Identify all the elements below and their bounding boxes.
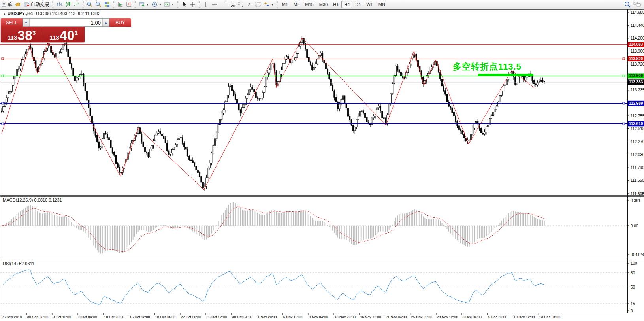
text-label-button[interactable]: T [254,0,262,8]
svg-text:0: 0 [631,309,633,313]
horizontal-line-icon [211,1,218,8]
new-order-button[interactable]: 单 [0,0,13,8]
tile-windows-button[interactable] [103,0,111,8]
timeframe-w1-button[interactable]: W1 [363,1,376,8]
sell-button[interactable]: SELL [1,18,23,27]
zoom-out-icon [95,1,102,8]
svg-text:8 Oct 04:00: 8 Oct 04:00 [78,315,97,319]
lot-decrease-button[interactable]: ▼ [23,19,30,26]
vertical-line-icon [203,1,209,8]
horizontal-lines[interactable] [0,45,627,125]
chart-canvas[interactable]: 114.685114.440114.200113.960113.720113.2… [0,0,644,321]
svg-text:18 Oct 04:00: 18 Oct 04:00 [155,315,176,319]
toolbar-separator [277,1,278,8]
auto-scroll-icon [117,1,123,8]
svg-text:30 Oct 04:00: 30 Oct 04:00 [232,315,252,319]
rsi-indicator-label: RSI(14) 52.0611 [3,261,34,266]
rsi-pane: 1008050150 [0,261,637,313]
buy-price[interactable]: 113401 [43,27,85,42]
sell-price[interactable]: 113383 [1,27,43,42]
timeframe-d1-button[interactable]: D1 [352,1,363,8]
line-chart-button[interactable] [72,0,81,8]
text-button[interactable]: A [245,0,254,8]
svg-text:3 Oct 12:00: 3 Oct 12:00 [53,315,72,319]
timeframe-m15-button[interactable]: M15 [302,1,316,8]
chat-icon [633,1,641,8]
chevron-down-icon: ▼ [159,3,162,6]
auto-trading-label: 自动交易 [30,1,49,8]
one-click-trading-panel: SELL ▼ ▲ BUY 113383 113401 [1,18,85,42]
crosshair-button[interactable] [188,0,197,8]
svg-text:1 Nov 20:00: 1 Nov 20:00 [258,315,277,319]
svg-text:113.720: 113.720 [631,62,644,66]
svg-text:113.820: 113.820 [629,57,643,61]
new-chart-button[interactable]: ▼ [137,0,150,8]
toolbar-separator [135,1,136,8]
svg-text:111.550: 111.550 [631,178,644,183]
svg-text:112.515: 112.515 [631,127,644,131]
svg-text:A: A [248,2,251,7]
svg-text:E: E [233,5,235,7]
buy-button[interactable]: BUY [109,18,131,27]
timeframe-h1-button[interactable]: H1 [330,1,341,8]
indicators-button[interactable]: ▼ [163,0,175,8]
timeframe-mn-button[interactable]: MN [376,1,388,8]
timeframe-h4-button[interactable]: H4 [341,1,352,8]
svg-text:26 Sep 2018: 26 Sep 2018 [2,315,22,319]
trendline-button[interactable] [219,0,228,8]
zoom-in-button[interactable] [85,0,94,8]
text-label-icon: T [255,1,261,8]
fibonacci-button[interactable]: F [236,0,245,8]
timeframe-m1-button[interactable]: M1 [279,1,291,8]
periods-button[interactable]: ▼ [150,0,163,8]
zoom-out-button[interactable] [94,0,103,8]
candlesticks[interactable] [1,36,545,191]
svg-text:113.500: 113.500 [629,74,643,78]
buy-price-prefix: 113 [50,34,59,40]
svg-text:113.235: 113.235 [631,88,644,92]
svg-text:5 Dec 20:00: 5 Dec 20:00 [488,315,507,319]
chat-button[interactable] [632,0,642,8]
fibonacci-icon: F [237,1,244,8]
svg-text:112.755: 112.755 [631,114,644,118]
svg-text:22 Oct 20:00: 22 Oct 20:00 [181,315,201,319]
candlestick-chart-button[interactable] [64,0,72,8]
arrows-icon [264,1,270,8]
chart-shift-icon [126,1,132,8]
horizontal-line-button[interactable] [210,0,219,8]
svg-text:15 Oct 12:00: 15 Oct 12:00 [130,315,150,319]
community-button[interactable] [13,0,22,8]
lot-increase-button[interactable]: ▲ [102,19,109,26]
bar-chart-button[interactable] [55,0,64,8]
toolbar-separator [83,1,84,8]
new-chart-icon [139,1,145,8]
svg-text:100: 100 [631,261,637,266]
equidistant-channel-button[interactable]: E [228,0,236,8]
arrows-button[interactable]: ▼ [262,0,275,8]
search-button[interactable] [623,0,632,8]
time-axis: 26 Sep 201830 Sep 23:003 Oct 12:008 Oct … [1,313,561,319]
svg-text:21 Nov 04:00: 21 Nov 04:00 [386,315,407,319]
lot-size-input[interactable] [30,19,102,26]
main-toolbar: 单 自动交易 ▼ ▼ ▼ E F A T ▼ M1 M5 M15 M30 H1 … [0,0,644,9]
cursor-button[interactable] [180,0,188,8]
svg-text:80: 80 [631,271,635,275]
chart-shift-button[interactable] [124,0,133,8]
collapse-icon[interactable]: ▲ [3,12,6,16]
svg-text:111.305: 111.305 [631,192,644,196]
vertical-line-button[interactable] [201,0,210,8]
cursor-icon [181,1,187,8]
svg-text:6 Nov 12:00: 6 Nov 12:00 [283,315,303,319]
timeframe-m30-button[interactable]: M30 [316,1,330,8]
svg-text:112.270: 112.270 [631,140,644,144]
indicators-icon [164,1,170,8]
svg-text:114.685: 114.685 [631,10,644,15]
crosshair-icon [190,1,196,8]
timeframe-m5-button[interactable]: M5 [291,1,302,8]
svg-text:9 Nov 04:00: 9 Nov 04:00 [309,315,328,319]
auto-trading-button[interactable]: 自动交易 [22,0,51,8]
new-order-icon [1,2,7,7]
toolbar-separator [113,1,114,8]
svg-text:13 Nov 20:00: 13 Nov 20:00 [334,315,356,319]
auto-scroll-button[interactable] [116,0,124,8]
